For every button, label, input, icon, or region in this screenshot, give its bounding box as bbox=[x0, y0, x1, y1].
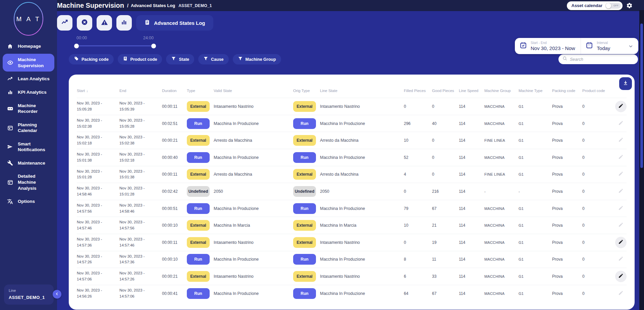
sidebar-item-planning-calendar[interactable]: Planning Calendar bbox=[3, 119, 54, 137]
sidebar-item-detailed-machine-analysis[interactable]: Detailed Machine Analysis bbox=[3, 170, 54, 194]
table-row[interactable]: Nov 30, 2023 -14:57:56 Nov 30, 2023 -14:… bbox=[77, 200, 627, 217]
table-row[interactable]: Nov 30, 2023 -14:57:06 Nov 30, 2023 -14:… bbox=[77, 268, 627, 285]
edit-row-button[interactable] bbox=[615, 203, 627, 214]
calendar-icon bbox=[7, 179, 13, 185]
edit-row-button[interactable] bbox=[615, 271, 627, 282]
table-row[interactable]: Nov 30, 2023 -14:56:26 Nov 30, 2023 -14:… bbox=[77, 285, 627, 302]
type-cell: Undefined bbox=[187, 186, 214, 197]
packing-code-cell: Prova bbox=[552, 172, 582, 177]
filter-chip-cause[interactable]: Cause bbox=[198, 54, 229, 64]
slider-handle-end[interactable] bbox=[151, 44, 156, 48]
search-box bbox=[558, 54, 638, 64]
machine-group-cell: - bbox=[484, 189, 519, 193]
search-input[interactable] bbox=[570, 57, 634, 62]
filter-chip-packing-code[interactable]: Packing code bbox=[69, 54, 114, 64]
machine-type-cell: G1 bbox=[519, 223, 552, 227]
filter-chip-product-code[interactable]: Product code bbox=[118, 54, 162, 64]
column-header-line-speed[interactable]: Line Speed bbox=[459, 88, 484, 94]
edit-row-button[interactable] bbox=[615, 152, 627, 163]
filter-chip-state[interactable]: State bbox=[166, 54, 194, 64]
alarms-view-button[interactable] bbox=[97, 15, 112, 31]
filled-pieces-cell: 0 bbox=[404, 189, 432, 194]
edit-row-button[interactable] bbox=[615, 220, 627, 231]
table-row[interactable]: Nov 30, 2023 -14:57:46 Nov 30, 2023 -14:… bbox=[77, 217, 627, 234]
type-badge: Undefined bbox=[187, 186, 210, 197]
interval-label: Interval bbox=[597, 41, 610, 45]
end-cell: Nov 30, 2023 -14:57:26 bbox=[119, 270, 162, 282]
duration-cell: 00:00:11 bbox=[162, 240, 187, 245]
edit-row-button[interactable] bbox=[615, 169, 627, 180]
sidebar-item-homepage[interactable]: Homepage bbox=[3, 40, 54, 52]
table-row[interactable]: Nov 30, 2023 -15:02:38 Nov 30, 2023 -15:… bbox=[77, 115, 627, 132]
sidebar-item-options[interactable]: Options bbox=[3, 195, 54, 208]
duration-cell: 00:00:21 bbox=[162, 274, 187, 279]
stops-view-button[interactable] bbox=[77, 15, 92, 31]
table-row[interactable]: Nov 30, 2023 -15:05:28 Nov 30, 2023 -15:… bbox=[77, 98, 627, 115]
start-end-picker[interactable]: Start - End Nov 30, 2023 - Now bbox=[515, 38, 581, 54]
end-cell: Nov 30, 2023 -15:05:28 bbox=[119, 118, 162, 130]
download-button[interactable] bbox=[619, 77, 632, 90]
bar-chart-icon bbox=[121, 19, 127, 27]
valid-state-cell: Arresto da Macchina bbox=[214, 138, 293, 143]
sidebar-item-smart-notifications[interactable]: Smart Notifications bbox=[3, 138, 54, 156]
edit-row-button[interactable] bbox=[615, 288, 627, 299]
table-row[interactable]: Nov 30, 2023 -15:01:28 Nov 30, 2023 -15:… bbox=[77, 166, 627, 183]
column-header-duration[interactable]: Duration bbox=[162, 88, 187, 94]
type-badge: External bbox=[187, 135, 210, 146]
edit-row-button[interactable] bbox=[615, 186, 627, 197]
line-chart-view-button[interactable] bbox=[57, 15, 72, 31]
edit-row-button[interactable] bbox=[615, 254, 627, 265]
column-header-product-code[interactable]: Product code bbox=[582, 88, 610, 94]
chip-label: Packing code bbox=[82, 57, 109, 62]
type-cell: Run bbox=[187, 288, 214, 299]
column-header-end[interactable]: End bbox=[119, 88, 162, 94]
scrollbar-thumb[interactable] bbox=[640, 24, 643, 168]
column-header-machine-group[interactable]: Machine Group bbox=[484, 88, 519, 94]
product-code-cell: 0 bbox=[582, 104, 610, 109]
table-row[interactable]: Nov 30, 2023 -14:57:26 Nov 30, 2023 -14:… bbox=[77, 251, 627, 268]
edit-row-button[interactable] bbox=[615, 135, 627, 146]
table-row[interactable]: Nov 30, 2023 -14:58:46 Nov 30, 2023 -15:… bbox=[77, 183, 627, 200]
duration-cell: 00:00:10 bbox=[162, 257, 187, 262]
column-header-good-pieces[interactable]: Good Pieces bbox=[432, 88, 459, 94]
filter-chip-machine-group[interactable]: Machine Group bbox=[233, 54, 281, 64]
table-row[interactable]: Nov 30, 2023 -15:02:18 Nov 30, 2023 -15:… bbox=[77, 132, 627, 149]
column-header-start[interactable]: Start↓ bbox=[77, 88, 119, 94]
sidebar-item-lean-analytics[interactable]: Lean Analytics bbox=[3, 73, 54, 85]
advanced-states-log-button[interactable]: Advanced States Log bbox=[136, 15, 213, 31]
edit-row-button[interactable] bbox=[615, 237, 627, 248]
sidebar-collapse-button[interactable] bbox=[53, 290, 61, 299]
line-speed-cell: 114 bbox=[459, 155, 484, 160]
asset-calendar-toggle[interactable]: OFF bbox=[605, 3, 621, 9]
table-row[interactable]: Nov 30, 2023 -14:57:36 Nov 30, 2023 -14:… bbox=[77, 234, 627, 251]
edit-row-button[interactable] bbox=[615, 101, 627, 112]
column-header-filled-pieces[interactable]: Filled Pieces bbox=[404, 88, 432, 94]
histogram-view-button[interactable] bbox=[116, 15, 132, 31]
gear-icon[interactable] bbox=[626, 2, 633, 9]
filled-pieces-cell: 0 bbox=[404, 240, 432, 245]
column-header-orig-type[interactable]: Orig Type bbox=[293, 88, 320, 94]
edit-row-button[interactable] bbox=[615, 118, 627, 129]
filled-pieces-cell: 52 bbox=[404, 155, 432, 160]
product-code-cell: 0 bbox=[582, 155, 610, 160]
column-header-packing-code[interactable]: Packing code bbox=[552, 88, 582, 94]
machine-type-cell: - bbox=[519, 189, 552, 193]
table-row[interactable]: Nov 30, 2023 -15:01:38 Nov 30, 2023 -15:… bbox=[77, 149, 627, 166]
sidebar-item-machine-recorder[interactable]: Machine Recorder bbox=[3, 100, 54, 118]
line-speed-cell: 114 bbox=[459, 172, 484, 177]
interval-picker[interactable]: Interval Today bbox=[581, 38, 638, 54]
sidebar-item-machine-supervision[interactable]: Machine Supervision bbox=[3, 54, 54, 72]
asset-calendar-label: Asset calendar bbox=[572, 3, 603, 8]
column-header-machine-type[interactable]: Machine Type bbox=[519, 88, 552, 94]
type-badge: Run bbox=[187, 254, 210, 265]
asset-calendar-pill[interactable]: Asset calendar OFF bbox=[567, 1, 623, 10]
column-header-type[interactable]: Type bbox=[187, 88, 214, 94]
slider-handle-start[interactable] bbox=[74, 44, 79, 48]
sidebar-item-maintenance[interactable]: Maintenance bbox=[3, 157, 54, 169]
sidebar-item-kpi-analytics[interactable]: KPI Analytics bbox=[3, 86, 54, 98]
slider-track[interactable] bbox=[76, 45, 154, 46]
column-header-valid-state[interactable]: Valid State bbox=[214, 88, 293, 94]
column-header-line-state[interactable]: Line State bbox=[320, 88, 404, 94]
eye-icon bbox=[7, 59, 13, 66]
page-scrollbar[interactable] bbox=[639, 10, 644, 310]
